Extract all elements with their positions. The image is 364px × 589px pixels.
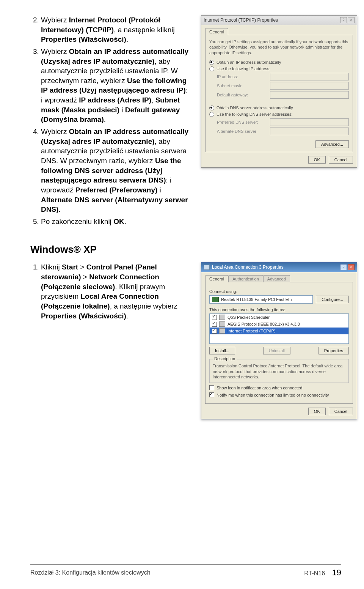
step-5: Po zakończeniu kliknij OK.	[41, 217, 190, 227]
dialog-title: Internet Protocol (TCP/IP) Properties	[204, 17, 278, 23]
protocol-icon	[219, 315, 225, 320]
protocol-icon	[219, 321, 225, 327]
list-item[interactable]: Internet Protocol (TCP/IP)	[210, 328, 348, 334]
footer-chapter: Rozdział 3: Konfiguracja klientów siecio…	[30, 569, 151, 576]
radio-obtain-ip-auto[interactable]: Obtain an IP address automatically	[209, 60, 349, 65]
tab-advanced[interactable]: Advanced	[263, 275, 290, 282]
alternate-dns-input	[270, 128, 349, 135]
items-listbox[interactable]: QoS Packet Scheduler AEGIS Protocol (IEE…	[209, 313, 349, 344]
radio-use-following-dns[interactable]: Use the following DNS server addresses:	[209, 112, 349, 117]
tab-general[interactable]: General	[205, 275, 228, 282]
field-ip-address: IP address:	[217, 73, 349, 80]
description-group: Description Transmission Control Protoco…	[209, 359, 349, 383]
install-button[interactable]: Install...	[209, 347, 235, 354]
uninstall-button[interactable]: Uninstall	[263, 347, 290, 354]
description-text: Transmission Control Protocol/Internet P…	[213, 363, 345, 380]
radio-icon	[209, 112, 214, 117]
radio-use-following-ip[interactable]: Use the following IP address:	[209, 66, 349, 71]
checkbox-icon[interactable]	[212, 322, 217, 327]
close-icon[interactable]: ×	[348, 17, 355, 23]
checkbox-icon[interactable]	[209, 392, 214, 397]
tab-authentication[interactable]: Authentication	[228, 275, 263, 282]
checkbox-icon[interactable]	[212, 315, 217, 320]
lan-connection-properties-dialog: Local Area Connection 3 Properties ? × G…	[201, 262, 357, 419]
field-subnet-mask: Subnet mask:	[217, 82, 349, 90]
advanced-button[interactable]: Advanced...	[315, 140, 349, 148]
steps-bottom: Kliknij Start > Control Panel (Panel ste…	[30, 262, 190, 321]
checkbox-show-icon[interactable]: Show icon in notification area when conn…	[209, 385, 349, 390]
preferred-dns-input	[270, 118, 349, 126]
list-item[interactable]: AEGIS Protocol (IEEE 802.1x) v3.4.3.0	[210, 321, 348, 328]
cancel-button[interactable]: Cancel	[329, 408, 353, 415]
protocol-icon	[219, 328, 225, 334]
step-3: Wybierz Obtain an IP address automatical…	[41, 47, 190, 124]
footer-page-number: 19	[332, 568, 341, 577]
properties-button[interactable]: Properties	[318, 347, 349, 354]
field-default-gateway: Default gateway:	[217, 91, 349, 99]
field-preferred-dns: Preferred DNS server:	[217, 118, 349, 126]
ok-button[interactable]: OK	[308, 156, 326, 164]
checkbox-icon[interactable]	[212, 329, 217, 334]
checkbox-icon[interactable]	[209, 385, 214, 390]
ip-address-input	[270, 73, 349, 80]
page-footer: Rozdział 3: Konfiguracja klientów siecio…	[30, 564, 341, 578]
subnet-mask-input	[270, 82, 349, 90]
nic-display: Realtek RTL8139 Family PCI Fast Eth	[209, 295, 313, 304]
list-item[interactable]: QoS Packet Scheduler	[210, 314, 348, 321]
dialog-description: You can get IP settings assigned automat…	[209, 39, 349, 55]
description-legend: Description	[213, 356, 237, 361]
radio-obtain-dns-auto[interactable]: Obtain DNS server address automatically	[209, 106, 349, 110]
gateway-input	[270, 91, 349, 99]
radio-icon	[209, 60, 214, 65]
section-heading-windows-xp: Windows® XP	[30, 244, 341, 255]
close-icon[interactable]: ×	[348, 264, 355, 270]
dialog-titlebar: Local Area Connection 3 Properties ? ×	[201, 263, 357, 272]
ok-button[interactable]: OK	[308, 408, 326, 415]
help-icon[interactable]: ?	[340, 264, 347, 270]
steps-top: Wybierz Internet Protocol (Protokół Inte…	[30, 15, 190, 226]
uses-items-label: This connection uses the following items…	[209, 307, 349, 312]
dialog-titlebar: Internet Protocol (TCP/IP) Properties ? …	[201, 16, 357, 25]
network-icon	[204, 265, 210, 270]
step-4: Wybierz Obtain an IP address automatical…	[41, 127, 190, 214]
connect-using-label: Connect using:	[209, 289, 349, 294]
help-icon[interactable]: ?	[340, 17, 347, 23]
field-alternate-dns: Alternate DNS server:	[217, 128, 349, 135]
footer-model: RT-N16	[304, 570, 325, 576]
tcpip-properties-dialog: Internet Protocol (TCP/IP) Properties ? …	[201, 15, 357, 168]
checkbox-notify-limited[interactable]: Notify me when this connection has limit…	[209, 392, 349, 397]
radio-icon	[209, 106, 214, 110]
tab-general[interactable]: General	[205, 28, 228, 35]
step-2: Wybierz Internet Protocol (Protokół Inte…	[41, 15, 190, 44]
step-1: Kliknij Start > Control Panel (Panel ste…	[41, 262, 190, 321]
radio-icon	[209, 66, 214, 71]
configure-button[interactable]: Configure...	[316, 296, 349, 303]
nic-icon	[212, 297, 219, 302]
cancel-button[interactable]: Cancel	[329, 156, 353, 164]
dialog-title: Local Area Connection 3 Properties	[212, 265, 284, 270]
